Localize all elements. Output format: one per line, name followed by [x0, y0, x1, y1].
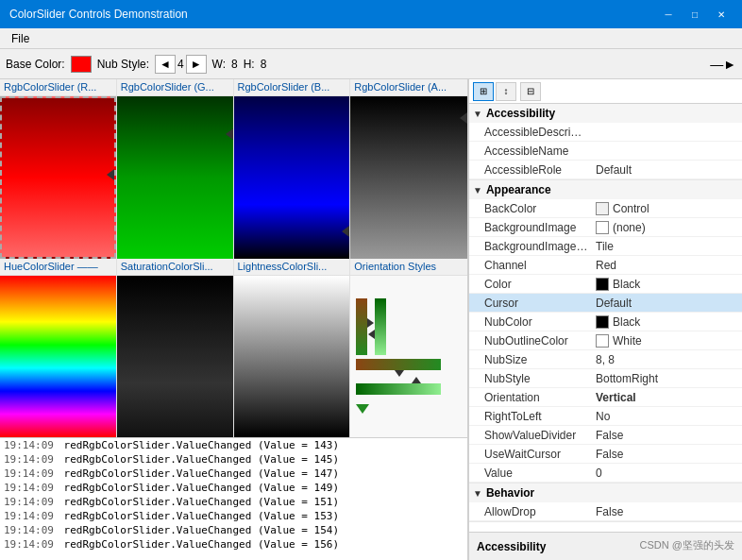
- value-name: Value: [469, 465, 592, 482]
- channel-name: Channel: [469, 257, 592, 274]
- nubcolor-value: Black: [592, 314, 742, 331]
- orientation-value: Vertical: [592, 389, 742, 406]
- nubstyle-row[interactable]: NubStyle BottomRight: [469, 369, 742, 388]
- blue-slider-header[interactable]: RgbColorSlider (B...: [234, 79, 350, 96]
- nub-style-right-arrow[interactable]: ►: [186, 55, 207, 74]
- backgroundimage-name: BackgroundImage: [469, 219, 592, 236]
- red-slider-col: RgbColorSlider (R...: [0, 79, 117, 259]
- cursor-row[interactable]: Cursor Default: [469, 294, 742, 313]
- red-slider-header[interactable]: RgbColorSlider (R...: [0, 79, 116, 96]
- saturation-slider-header[interactable]: SaturationColorSli...: [117, 259, 233, 276]
- alpha-slider-col: RgbColorSlider (A...: [350, 79, 467, 259]
- log-entry: 19:14:09 redRgbColorSlider.ValueChanged …: [0, 438, 467, 452]
- lightness-slider-header[interactable]: LightnessColorSli...: [234, 259, 350, 276]
- nubsize-row[interactable]: NubSize 8, 8: [469, 350, 742, 369]
- sliders-area: RgbColorSlider (R... RgbColorSlider (G..…: [0, 79, 467, 437]
- behavior-section-header[interactable]: ▼ Behavior: [469, 484, 742, 502]
- backcolor-value: Control: [592, 200, 742, 217]
- props-alphabetical-btn[interactable]: ↕: [496, 82, 516, 101]
- orient-v-bar-2[interactable]: [375, 298, 386, 355]
- showvaluedivider-name: ShowValueDivider: [469, 427, 592, 444]
- accessibility-section: ▼ Accessibility AccessibleDescription Ac…: [469, 104, 742, 180]
- orient-v-bar-1[interactable]: [356, 298, 367, 355]
- minimize-button[interactable]: ─: [657, 6, 680, 23]
- bgimglayout-row[interactable]: BackgroundImageLayc Tile: [469, 237, 742, 256]
- allowdrop-value: False: [592, 503, 742, 520]
- log-entry: 19:14:09 redRgbColorSlider.ValueChanged …: [0, 467, 467, 481]
- backcolor-swatch: [596, 202, 609, 215]
- orient-h-bar-1[interactable]: [356, 359, 441, 370]
- appearance-section: ▼ Appearance BackColor Control Backgroun…: [469, 180, 742, 484]
- h-value: 8: [261, 58, 267, 71]
- w-value: 8: [231, 58, 238, 71]
- accessible-role-value: Default: [592, 161, 742, 178]
- accessible-role-row[interactable]: AccessibleRole Default: [469, 161, 742, 179]
- nuboutlinecolor-swatch: [596, 334, 609, 348]
- allowdrop-row[interactable]: AllowDrop False: [469, 502, 742, 521]
- behavior-collapse-icon: ▼: [473, 488, 482, 499]
- orientation-canvas[interactable]: [350, 276, 467, 438]
- slider-row-2: HueColorSlider —— SaturationColorSli... …: [0, 259, 467, 438]
- lightness-slider-canvas[interactable]: [234, 276, 350, 438]
- props-categorized-btn[interactable]: ⊞: [473, 82, 494, 101]
- reset-icon[interactable]: —►: [710, 57, 736, 72]
- channel-row[interactable]: Channel Red: [469, 256, 742, 275]
- backgroundimage-value: (none): [592, 219, 742, 236]
- hue-slider-canvas[interactable]: [0, 276, 116, 438]
- log-entry: 19:14:09 redRgbColorSlider.ValueChanged …: [0, 495, 467, 509]
- nubcolor-swatch: [596, 315, 609, 329]
- lightness-slider-col: LightnessColorSli...: [234, 259, 351, 438]
- nubcolor-row[interactable]: NubColor Black: [469, 313, 742, 331]
- hue-slider-header[interactable]: HueColorSlider ——: [0, 259, 116, 276]
- color-swatch: [596, 278, 609, 291]
- log-area[interactable]: 19:14:09 redRgbColorSlider.ValueChanged …: [0, 437, 467, 560]
- usewaitcursor-row[interactable]: UseWaitCursor False: [469, 445, 742, 464]
- accessibility-section-header[interactable]: ▼ Accessibility: [469, 104, 742, 123]
- appearance-section-header[interactable]: ▼ Appearance: [469, 180, 742, 199]
- orient-nub-indicator: [356, 404, 462, 414]
- red-slider-canvas[interactable]: [0, 96, 116, 259]
- backcolor-name: BackColor: [469, 200, 592, 217]
- props-tree[interactable]: ▼ Accessibility AccessibleDescription Ac…: [469, 104, 742, 532]
- base-color-swatch[interactable]: [71, 56, 92, 73]
- alpha-slider-header[interactable]: RgbColorSlider (A...: [350, 79, 467, 96]
- file-menu[interactable]: File: [4, 30, 37, 47]
- maximize-button[interactable]: □: [683, 6, 706, 23]
- main-content: RgbColorSlider (R... RgbColorSlider (G..…: [0, 79, 742, 560]
- log-entry: 19:14:09 redRgbColorSlider.ValueChanged …: [0, 452, 467, 467]
- orientation-name: Orientation: [469, 389, 592, 406]
- righttoleft-row[interactable]: RightToLeft No: [469, 407, 742, 426]
- window-title: ColorSlider Controls Demonstration: [9, 8, 188, 21]
- showvaluedivider-row[interactable]: ShowValueDivider False: [469, 426, 742, 445]
- orient-h-bar-2[interactable]: [356, 383, 441, 395]
- orientation-header[interactable]: Orientation Styles: [350, 259, 467, 276]
- props-footer-label: Accessibility: [477, 540, 546, 553]
- cursor-name: Cursor: [469, 295, 592, 312]
- title-bar: ColorSlider Controls Demonstration ─ □ ✕: [0, 0, 742, 28]
- blue-slider-canvas[interactable]: [234, 96, 350, 259]
- cursor-value: Default: [592, 295, 742, 312]
- nuboutlinecolor-row[interactable]: NubOutlineColor White: [469, 331, 742, 350]
- alpha-slider-canvas[interactable]: [350, 96, 467, 259]
- backgroundimage-row[interactable]: BackgroundImage (none): [469, 218, 742, 237]
- backcolor-row[interactable]: BackColor Control: [469, 199, 742, 218]
- saturation-slider-canvas[interactable]: [117, 276, 233, 438]
- close-button[interactable]: ✕: [710, 6, 733, 23]
- accessible-name-row[interactable]: AccessibleName: [469, 142, 742, 161]
- behavior-section: ▼ Behavior AllowDrop False: [469, 484, 742, 522]
- value-row[interactable]: Value 0: [469, 464, 742, 483]
- window-controls: ─ □ ✕: [657, 6, 733, 23]
- appearance-collapse-icon: ▼: [473, 185, 482, 195]
- green-slider-header[interactable]: RgbColorSlider (G...: [117, 79, 233, 96]
- nubstyle-value: BottomRight: [592, 370, 742, 387]
- props-toolbar: ⊞ ↕ ⊟: [469, 79, 742, 104]
- green-slider-canvas[interactable]: [117, 96, 233, 259]
- props-pages-btn[interactable]: ⊟: [520, 82, 541, 101]
- blue-slider-col: RgbColorSlider (B...: [234, 79, 351, 259]
- orientation-row[interactable]: Orientation Vertical: [469, 388, 742, 407]
- accessible-description-row[interactable]: AccessibleDescription: [469, 123, 742, 142]
- color-row[interactable]: Color Black: [469, 275, 742, 294]
- nub-style-left-arrow[interactable]: ◄: [155, 55, 176, 74]
- color-value: Black: [592, 276, 742, 293]
- allowdrop-name: AllowDrop: [469, 503, 592, 520]
